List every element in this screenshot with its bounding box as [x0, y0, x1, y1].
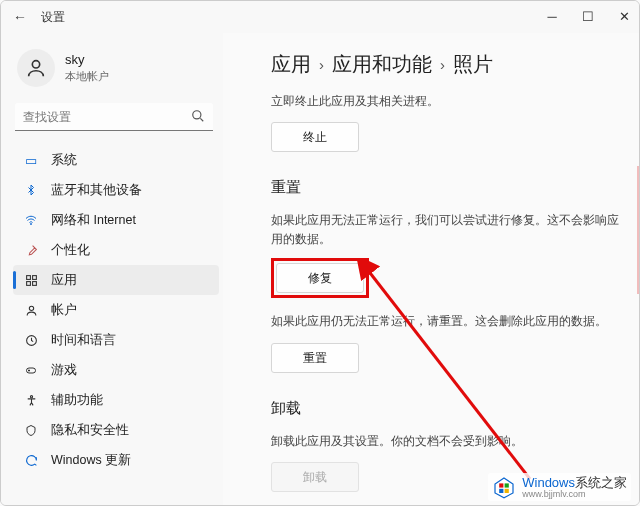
content: 应用 › 应用和功能 › 照片 立即终止此应用及其相关进程。 终止 重置 如果此… — [223, 33, 639, 505]
gaming-icon — [23, 362, 39, 378]
breadcrumb-item-apps-features[interactable]: 应用和功能 — [332, 51, 432, 78]
sidebar: sky 本地帐户 ▭ 系统 蓝牙和其他设备 — [1, 33, 223, 505]
avatar — [17, 49, 55, 87]
uninstall-desc: 卸载此应用及其设置。你的文档不会受到影响。 — [271, 432, 619, 450]
search-input[interactable] — [15, 103, 213, 131]
sidebar-item-label: 应用 — [51, 272, 77, 289]
svg-rect-15 — [505, 489, 509, 493]
watermark-brand: Windows — [522, 475, 575, 490]
reset-button[interactable]: 重置 — [271, 343, 359, 373]
reset-section-title: 重置 — [271, 178, 619, 197]
back-button[interactable]: ← — [9, 6, 31, 28]
sidebar-item-label: 系统 — [51, 152, 77, 169]
svg-rect-3 — [26, 275, 30, 279]
minimize-button[interactable]: ─ — [543, 9, 561, 24]
accessibility-icon — [23, 392, 39, 408]
watermark-url: www.bjjmlv.com — [522, 489, 627, 499]
svg-rect-14 — [499, 489, 503, 493]
svg-rect-13 — [505, 483, 509, 487]
window-title: 设置 — [41, 9, 65, 26]
svg-point-0 — [32, 61, 39, 68]
shield-icon — [23, 422, 39, 438]
repair-desc: 如果此应用无法正常运行，我们可以尝试进行修复。这不会影响应用的数据。 — [271, 211, 619, 248]
svg-rect-12 — [499, 483, 503, 487]
search-icon[interactable] — [191, 109, 205, 126]
reset-desc: 如果此应用仍无法正常运行，请重置。这会删除此应用的数据。 — [271, 312, 619, 330]
breadcrumb-item-apps[interactable]: 应用 — [271, 51, 311, 78]
sidebar-item-label: 隐私和安全性 — [51, 422, 129, 439]
terminate-desc: 立即终止此应用及其相关进程。 — [271, 92, 619, 110]
svg-point-2 — [31, 224, 32, 225]
sidebar-item-label: 辅助功能 — [51, 392, 103, 409]
apps-icon — [23, 272, 39, 288]
sidebar-item-privacy[interactable]: 隐私和安全性 — [13, 415, 219, 445]
sidebar-item-label: 蓝牙和其他设备 — [51, 182, 142, 199]
breadcrumb: 应用 › 应用和功能 › 照片 — [271, 51, 619, 78]
chevron-right-icon: › — [319, 56, 324, 73]
repair-highlight: 修复 — [271, 258, 369, 298]
watermark-logo-icon — [492, 475, 516, 499]
sidebar-item-label: 时间和语言 — [51, 332, 116, 349]
system-icon: ▭ — [23, 152, 39, 168]
settings-window: ← 设置 ─ ☐ ✕ sky 本地帐户 — [0, 0, 640, 506]
window-controls: ─ ☐ ✕ — [543, 9, 633, 24]
sidebar-item-accessibility[interactable]: 辅助功能 — [13, 385, 219, 415]
terminate-button[interactable]: 终止 — [271, 122, 359, 152]
user-info: sky 本地帐户 — [65, 52, 109, 84]
watermark-text: Windows系统之家 www.bjjmlv.com — [522, 476, 627, 499]
account-icon — [23, 302, 39, 318]
sidebar-item-accounts[interactable]: 帐户 — [13, 295, 219, 325]
svg-rect-6 — [32, 281, 36, 285]
uninstall-section-title: 卸载 — [271, 399, 619, 418]
user-name: sky — [65, 52, 109, 67]
svg-rect-9 — [27, 368, 36, 373]
sidebar-item-network[interactable]: 网络和 Internet — [13, 205, 219, 235]
person-icon — [25, 57, 47, 79]
watermark-suffix: 系统之家 — [575, 475, 627, 490]
sidebar-item-label: 个性化 — [51, 242, 90, 259]
breadcrumb-item-photos: 照片 — [453, 51, 493, 78]
svg-point-7 — [29, 306, 33, 310]
titlebar: ← 设置 ─ ☐ ✕ — [1, 1, 639, 33]
user-account-type: 本地帐户 — [65, 69, 109, 84]
clock-icon — [23, 332, 39, 348]
svg-point-1 — [193, 111, 201, 119]
nav: ▭ 系统 蓝牙和其他设备 网络和 Internet — [13, 145, 219, 475]
body: sky 本地帐户 ▭ 系统 蓝牙和其他设备 — [1, 33, 639, 505]
sidebar-item-time-language[interactable]: 时间和语言 — [13, 325, 219, 355]
sidebar-item-gaming[interactable]: 游戏 — [13, 355, 219, 385]
chevron-right-icon: › — [440, 56, 445, 73]
update-icon — [23, 452, 39, 468]
sidebar-item-system[interactable]: ▭ 系统 — [13, 145, 219, 175]
sidebar-item-windows-update[interactable]: Windows 更新 — [13, 445, 219, 475]
sidebar-item-apps[interactable]: 应用 — [13, 265, 219, 295]
sidebar-item-label: 游戏 — [51, 362, 77, 379]
uninstall-button: 卸载 — [271, 462, 359, 492]
sidebar-item-personalization[interactable]: 个性化 — [13, 235, 219, 265]
wifi-icon — [23, 212, 39, 228]
brush-icon — [23, 242, 39, 258]
watermark: Windows系统之家 www.bjjmlv.com — [488, 473, 631, 501]
sidebar-item-label: 帐户 — [51, 302, 77, 319]
sidebar-item-label: Windows 更新 — [51, 452, 131, 469]
close-button[interactable]: ✕ — [615, 9, 633, 24]
svg-point-10 — [30, 395, 32, 397]
sidebar-item-bluetooth[interactable]: 蓝牙和其他设备 — [13, 175, 219, 205]
bluetooth-icon — [23, 182, 39, 198]
svg-rect-4 — [32, 275, 36, 279]
user-row[interactable]: sky 本地帐户 — [13, 45, 219, 97]
sidebar-item-label: 网络和 Internet — [51, 212, 136, 229]
svg-rect-5 — [26, 281, 30, 285]
repair-button[interactable]: 修复 — [276, 263, 364, 293]
search-wrap — [15, 103, 213, 131]
maximize-button[interactable]: ☐ — [579, 9, 597, 24]
